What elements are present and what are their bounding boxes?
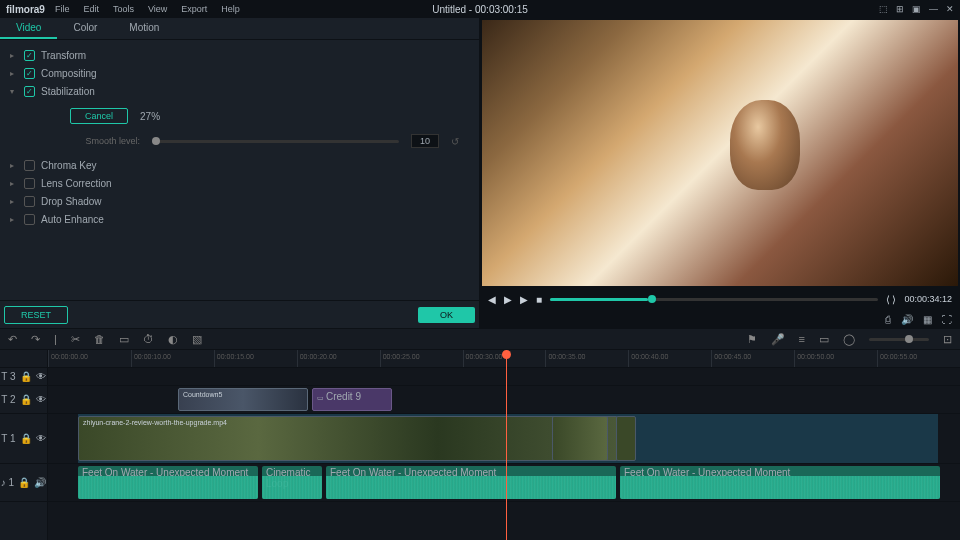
clip-credit[interactable]: ▭ Credit 9 — [312, 388, 392, 411]
tab-color[interactable]: Color — [57, 18, 113, 39]
redo-icon[interactable]: ↷ — [31, 333, 40, 346]
menu-view[interactable]: View — [148, 4, 167, 14]
clip-audio-1[interactable]: Feet On Water - Unexpected Moment — [78, 466, 258, 499]
track-header-a1[interactable]: ♪ 1🔒🔊 — [0, 464, 47, 502]
clip-video-3[interactable] — [616, 416, 636, 461]
playhead[interactable] — [506, 350, 507, 540]
lock-icon[interactable]: 🔒 — [20, 371, 32, 382]
prop-lens[interactable]: Lens Correction — [41, 178, 112, 189]
speed-icon[interactable]: ⏱ — [143, 333, 154, 345]
track-a1[interactable]: Feet On Water - Unexpected Moment Cinema… — [48, 464, 960, 502]
prop-transform[interactable]: Transform — [41, 50, 86, 61]
checkbox-auto[interactable]: ✓ — [24, 214, 35, 225]
expand-icon[interactable]: ⟨ ⟩ — [886, 294, 897, 305]
zoom-slider[interactable] — [869, 338, 929, 341]
checkbox-stabilization[interactable]: ✓ — [24, 86, 35, 97]
caret-icon[interactable]: ▸ — [10, 51, 18, 60]
reset-button[interactable]: RESET — [4, 306, 68, 324]
menu-help[interactable]: Help — [221, 4, 240, 14]
caret-icon[interactable]: ▸ — [10, 161, 18, 170]
track-header-t1[interactable]: T 1🔒👁 — [0, 414, 47, 464]
prev-frame-icon[interactable]: ◀ — [488, 294, 496, 305]
color-icon[interactable]: ◐ — [168, 333, 178, 346]
clip-audio-2[interactable]: Cinematic Loop — [262, 466, 322, 499]
track-t1[interactable]: zhiyun-crane-2-review-worth-the-upgrade.… — [48, 414, 960, 464]
ruler-tick: 00:00:15.00 — [214, 350, 297, 367]
marker-icon[interactable]: ⚑ — [747, 333, 757, 346]
menu-export[interactable]: Export — [181, 4, 207, 14]
fullscreen-icon[interactable]: ⛶ — [942, 314, 952, 325]
cancel-button[interactable]: Cancel — [70, 108, 128, 124]
clip-audio-4[interactable]: Feet On Water - Unexpected Moment — [620, 466, 940, 499]
tab-video[interactable]: Video — [0, 18, 57, 39]
lock-icon[interactable]: 🔒 — [20, 394, 32, 405]
prop-stabilization[interactable]: Stabilization — [41, 86, 95, 97]
stop-icon[interactable]: ■ — [536, 294, 542, 305]
ruler-tick: 00:00:20.00 — [297, 350, 380, 367]
prop-chroma[interactable]: Chroma Key — [41, 160, 97, 171]
smooth-slider[interactable] — [152, 140, 399, 143]
reset-smooth-icon[interactable]: ↺ — [451, 136, 459, 147]
delete-icon[interactable]: 🗑 — [94, 333, 105, 345]
ruler-tick: 00:00:50.00 — [794, 350, 877, 367]
mic-icon[interactable]: 🎤 — [771, 333, 785, 346]
clip-countdown[interactable]: Countdown5 — [178, 388, 308, 411]
window-close-icon[interactable]: ✕ — [946, 4, 954, 14]
zoom-fit-icon[interactable]: ⊡ — [943, 333, 952, 346]
menu-file[interactable]: File — [55, 4, 70, 14]
smooth-value-input[interactable]: 10 — [411, 134, 439, 148]
mute-icon[interactable]: 🔊 — [34, 477, 46, 488]
clip-video-2[interactable] — [552, 416, 608, 461]
clip-main-video[interactable]: zhiyun-crane-2-review-worth-the-upgrade.… — [78, 416, 618, 461]
video-preview[interactable] — [482, 20, 958, 286]
prop-drop[interactable]: Drop Shadow — [41, 196, 102, 207]
caret-icon[interactable]: ▸ — [10, 179, 18, 188]
checkbox-chroma[interactable]: ✓ — [24, 160, 35, 171]
track-header-t3[interactable]: T 3🔒👁 — [0, 368, 47, 386]
caret-icon[interactable]: ▸ — [10, 69, 18, 78]
mixer-icon[interactable]: ≡ — [799, 333, 805, 345]
checkbox-lens[interactable]: ✓ — [24, 178, 35, 189]
playback-time: 00:00:34:12 — [904, 294, 952, 304]
clip-audio-3[interactable]: Feet On Water - Unexpected Moment — [326, 466, 616, 499]
eye-icon[interactable]: 👁 — [36, 433, 46, 444]
lock-icon[interactable]: 🔒 — [18, 477, 30, 488]
track-t2[interactable]: Countdown5 ▭ Credit 9 — [48, 386, 960, 414]
caret-icon[interactable]: ▸ — [10, 197, 18, 206]
crop-icon[interactable]: ▭ — [119, 333, 129, 346]
prop-auto[interactable]: Auto Enhance — [41, 214, 104, 225]
prop-compositing[interactable]: Compositing — [41, 68, 97, 79]
menu-tools[interactable]: Tools — [113, 4, 134, 14]
window-icon-2[interactable]: ⊞ — [896, 4, 904, 14]
cut-icon[interactable]: ✂ — [71, 333, 80, 346]
eye-icon[interactable]: 👁 — [36, 371, 46, 382]
zoom-out-icon[interactable]: ◯ — [843, 333, 855, 346]
playback-slider[interactable] — [550, 298, 878, 301]
track-t3[interactable] — [48, 368, 960, 386]
ruler-tick: 00:00:00.00 — [48, 350, 131, 367]
checkbox-compositing[interactable]: ✓ — [24, 68, 35, 79]
menu-edit[interactable]: Edit — [83, 4, 99, 14]
ruler-tick: 00:00:55.00 — [877, 350, 960, 367]
window-icon-1[interactable]: ⬚ — [879, 4, 888, 14]
render-icon[interactable]: ▭ — [819, 333, 829, 346]
caret-icon[interactable]: ▾ — [10, 87, 18, 96]
checkbox-drop[interactable]: ✓ — [24, 196, 35, 207]
track-header-t2[interactable]: T 2🔒👁 — [0, 386, 47, 414]
snapshot-icon[interactable]: ⎙ — [885, 314, 891, 325]
play-icon[interactable]: ▶ — [504, 294, 512, 305]
lock-icon[interactable]: 🔒 — [20, 433, 32, 444]
next-frame-icon[interactable]: ▶ — [520, 294, 528, 305]
window-icon-3[interactable]: ▣ — [912, 4, 921, 14]
window-minimize-icon[interactable]: — — [929, 4, 938, 14]
green-screen-icon[interactable]: ▧ — [192, 333, 202, 346]
caret-icon[interactable]: ▸ — [10, 215, 18, 224]
quality-icon[interactable]: ▦ — [923, 314, 932, 325]
eye-icon[interactable]: 👁 — [36, 394, 46, 405]
undo-icon[interactable]: ↶ — [8, 333, 17, 346]
tab-motion[interactable]: Motion — [113, 18, 175, 39]
progress-percent: 27% — [140, 111, 160, 122]
checkbox-transform[interactable]: ✓ — [24, 50, 35, 61]
ok-button[interactable]: OK — [418, 307, 475, 323]
volume-icon[interactable]: 🔊 — [901, 314, 913, 325]
